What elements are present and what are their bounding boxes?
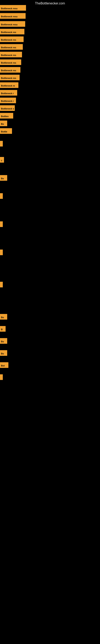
- bar-item: Bo: [0, 350, 7, 356]
- bar-item: Bottleneck s: [0, 105, 15, 111]
- bar-label: Bottleneck r: [0, 98, 16, 103]
- bar-item: Bottleneck res: [0, 52, 22, 57]
- bar-item: Bo: [0, 175, 7, 181]
- bar-label: Bo: [0, 120, 7, 126]
- bar-item: Bottleneck resu: [0, 13, 26, 19]
- bar-label: Bottleneck s: [0, 105, 15, 111]
- bar-label: [0, 282, 3, 288]
- bar-item: Bo: [0, 120, 7, 126]
- bar-item: Bottleneck res: [0, 44, 23, 50]
- bar-label: Bo: [0, 314, 7, 320]
- bar-item: Bottleneck resu: [0, 21, 25, 27]
- bar-label: Bottle: [0, 128, 12, 134]
- bar-label: Bo: [0, 350, 7, 356]
- bar-item: [0, 222, 3, 227]
- bar-item: Bottleneck re: [0, 82, 18, 88]
- bar-item: Bottleneck r: [0, 98, 16, 103]
- bar-label: Bottleneck resu: [0, 5, 26, 11]
- bar-item: [0, 250, 3, 255]
- bar-label: Bottleneck res: [0, 67, 20, 73]
- bar-item: Bottleneck resu: [0, 5, 26, 11]
- bar-item: [0, 193, 3, 199]
- bar-label: Bo: [0, 175, 7, 181]
- bar-label: Bottleneck res: [0, 36, 24, 42]
- bar-label: c: [0, 157, 4, 162]
- bar-item: [0, 374, 3, 380]
- bar-item: Bottleneck res: [0, 29, 24, 34]
- bar-item: Bottleneck res: [0, 59, 21, 65]
- bar-item: [0, 141, 3, 146]
- bar-label: Bottleneck res: [0, 75, 20, 80]
- bar-label: Bottleneck resu: [0, 13, 26, 19]
- bar-item: Bottleneck res: [0, 67, 20, 73]
- bar-label: [0, 374, 3, 380]
- bar-label: [0, 250, 3, 255]
- bar-item: Bottlen: [0, 113, 13, 118]
- bar-label: Bottlen: [0, 113, 13, 118]
- bar-label: [0, 222, 3, 227]
- bar-item: Bo: [0, 314, 7, 320]
- bar-label: Bo: [0, 338, 7, 344]
- bar-label: Bottleneck res: [0, 44, 23, 50]
- bar-item: Bo: [0, 338, 7, 344]
- bar-label: Bottleneck resu: [0, 21, 25, 27]
- bar-label: Bottleneck r: [0, 90, 17, 96]
- bar-label: Bottleneck res: [0, 52, 22, 57]
- bar-label: Bottleneck res: [0, 29, 24, 34]
- bar-item: Bot: [0, 362, 8, 368]
- bar-label: [0, 193, 3, 199]
- bar-item: B: [0, 326, 6, 332]
- chart-container: TheBottlenecker.com Bottleneck resuBottl…: [0, 0, 100, 644]
- bar-item: [0, 282, 3, 288]
- bar-item: Bottle: [0, 128, 12, 134]
- bar-item: Bottleneck res: [0, 36, 24, 42]
- bar-label: Bot: [0, 362, 8, 368]
- bar-label: B: [0, 326, 6, 332]
- bar-label: Bottleneck res: [0, 59, 21, 65]
- bar-item: Bottleneck res: [0, 75, 20, 80]
- bar-label: [0, 141, 3, 146]
- bar-label: Bottleneck re: [0, 82, 18, 88]
- bar-item: c: [0, 157, 4, 162]
- bar-item: Bottleneck r: [0, 90, 17, 96]
